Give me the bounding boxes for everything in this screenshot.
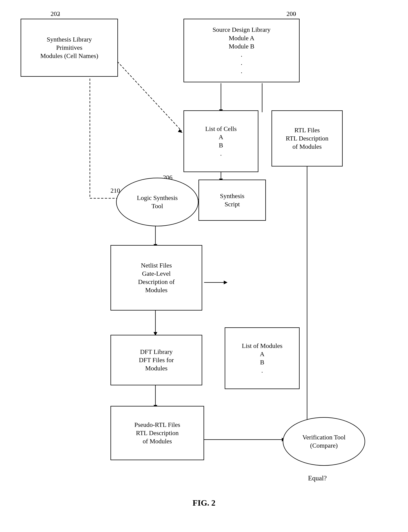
dft-library-box: DFT Library DFT Files for Modules xyxy=(110,335,202,385)
netlist-files-label: Netlist Files xyxy=(141,261,172,270)
rtl-files-box: RTL Files RTL Description of Modules xyxy=(272,110,343,166)
source-design-dots3: . xyxy=(241,67,242,75)
rtl-files-label: RTL Files xyxy=(294,126,320,134)
ref-210: 210 xyxy=(110,187,120,194)
netlist-files-modules: Modules xyxy=(145,286,168,294)
pseudo-rtl-label: Pseudo-RTL Files xyxy=(134,421,180,429)
netlist-files-box: Netlist Files Gate-Level Description of … xyxy=(110,245,202,311)
synthesis-script-label2: Script xyxy=(224,200,240,208)
synthesis-library-primitives: Primitives xyxy=(56,44,82,52)
list-of-modules-box: List of Modules A B . xyxy=(225,327,300,389)
logic-synthesis-label: Logic Synthesis xyxy=(137,194,178,202)
netlist-files-gate: Gate-Level xyxy=(142,270,171,278)
pseudo-rtl-files-box: Pseudo-RTL Files RTL Description of Modu… xyxy=(110,406,204,460)
source-design-module-a: Module A xyxy=(229,34,255,42)
svg-line-3 xyxy=(112,56,182,131)
svg-marker-19 xyxy=(224,281,228,284)
rtl-files-desc: RTL Description xyxy=(286,134,328,143)
list-of-cells-a: A xyxy=(219,133,223,141)
pseudo-rtl-of-modules: of Modules xyxy=(143,437,172,445)
list-of-modules-a: A xyxy=(260,350,264,358)
synthesis-script-box: Synthesis Script xyxy=(198,180,266,221)
source-design-dots2: . xyxy=(241,59,242,67)
synthesis-script-label: Synthesis xyxy=(220,192,244,200)
list-of-cells-label: List of Cells xyxy=(205,125,237,133)
list-of-cells-box: List of Cells A B . xyxy=(184,110,258,172)
logic-synthesis-label2: Tool xyxy=(152,202,163,210)
dft-library-dft: DFT Files for xyxy=(139,356,174,364)
synthesis-library-label: Synthesis Library xyxy=(47,35,92,44)
list-of-modules-label: List of Modules xyxy=(242,342,282,350)
list-of-modules-b: B xyxy=(260,358,264,367)
equal-label: Equal? xyxy=(308,474,327,482)
netlist-files-desc: Description of xyxy=(138,278,175,286)
verification-tool-ellipse: Verification Tool (Compare) xyxy=(283,417,365,466)
verification-compare: (Compare) xyxy=(310,442,338,450)
list-of-cells-b: B xyxy=(219,141,223,149)
verification-label: Verification Tool xyxy=(302,433,345,442)
figure-caption: FIG. 2 xyxy=(193,498,215,508)
source-design-library-label: Source Design Library xyxy=(212,26,271,34)
diagram: 202 ↓ 200 ↓ 204 206 208 210 212 214 218 … xyxy=(0,0,408,532)
rtl-files-of-modules: of Modules xyxy=(292,143,322,151)
logic-synthesis-tool-ellipse: Logic Synthesis Tool xyxy=(116,178,198,226)
dft-library-modules: Modules xyxy=(145,364,168,372)
svg-marker-4 xyxy=(178,129,183,133)
synthesis-library-modules: Modules (Cell Names) xyxy=(40,52,98,60)
synthesis-library-box: Synthesis Library Primitives Modules (Ce… xyxy=(21,19,118,77)
dft-library-label: DFT Library xyxy=(140,348,173,356)
source-design-dots: . xyxy=(241,50,242,59)
source-design-module-b: Module B xyxy=(229,42,255,50)
source-design-library-box: Source Design Library Module A Module B … xyxy=(184,19,300,82)
list-of-modules-dot: . xyxy=(261,367,263,375)
list-of-cells-dot: . xyxy=(220,149,222,158)
pseudo-rtl-desc: RTL Description xyxy=(136,429,179,437)
